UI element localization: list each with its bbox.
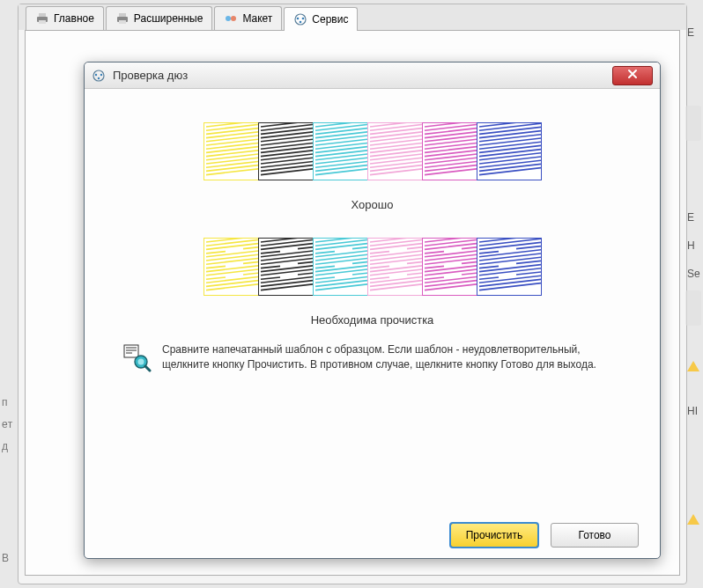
button-label: Прочистить: [466, 529, 523, 541]
svg-point-14: [100, 73, 102, 75]
svg-rect-2: [39, 20, 46, 24]
svg-rect-202: [124, 345, 138, 357]
svg-line-90: [479, 135, 541, 142]
side-icon-column: [685, 106, 703, 530]
svg-line-188: [479, 252, 499, 254]
truncated-right-text: E: [687, 26, 703, 55]
tab-strip: Главное Расширенные Макет Сервис: [18, 4, 686, 30]
maintenance-icon: [92, 69, 106, 83]
svg-point-13: [95, 73, 97, 75]
close-icon: [627, 69, 638, 82]
warning-icon: [687, 514, 699, 525]
svg-line-191: [479, 254, 541, 261]
svg-line-200: [479, 279, 541, 286]
svg-point-7: [231, 16, 236, 21]
svg-line-103: [206, 252, 226, 254]
svg-line-91: [479, 138, 541, 145]
svg-rect-1: [39, 13, 46, 17]
instruction-text: Сравните напечатанный шаблон с образцом.…: [162, 342, 623, 373]
svg-line-159: [370, 266, 389, 268]
inspect-pattern-icon: [122, 342, 152, 372]
truncated-left-bottom: B: [2, 548, 9, 574]
tab-extended[interactable]: Расширенные: [106, 6, 213, 30]
warning-icon: [687, 361, 699, 371]
svg-point-10: [302, 18, 305, 20]
tab-label: Макет: [242, 12, 272, 25]
good-pattern-row: [204, 122, 542, 180]
svg-line-93: [479, 145, 541, 152]
tab-label: Расширенные: [134, 12, 204, 25]
tab-service[interactable]: Сервис: [284, 7, 358, 31]
svg-line-198: [516, 272, 541, 275]
svg-line-96: [479, 157, 541, 164]
tab-label: Сервис: [312, 13, 348, 26]
svg-line-98: [479, 164, 541, 171]
button-label: Готово: [578, 529, 610, 541]
svg-line-196: [479, 268, 541, 276]
svg-line-89: [479, 131, 541, 138]
dialog-button-row: Прочистить Готово: [106, 509, 639, 548]
svg-line-186: [479, 239, 541, 246]
svg-line-88: [479, 127, 541, 134]
svg-line-176: [425, 266, 444, 268]
svg-line-163: [370, 277, 389, 279]
good-label: Хорошо: [352, 198, 394, 211]
svg-point-9: [297, 18, 300, 20]
svg-line-171: [425, 252, 444, 254]
svg-line-92: [479, 142, 541, 149]
dialog-body: Хорошо Необходима прочистка Сравните нап…: [85, 89, 660, 558]
svg-point-6: [226, 16, 231, 21]
svg-line-192: [479, 257, 541, 264]
tab-layout[interactable]: Макет: [214, 6, 282, 30]
svg-line-112: [206, 277, 226, 279]
svg-line-187: [479, 242, 541, 249]
svg-line-137: [315, 252, 335, 254]
svg-line-97: [479, 160, 541, 167]
dialog-titlebar: Проверка дюз: [85, 62, 660, 89]
printer-icon: [35, 11, 49, 26]
tab-main[interactable]: Главное: [26, 6, 104, 30]
svg-line-205: [145, 366, 150, 371]
svg-line-87: [479, 123, 541, 130]
svg-line-201: [479, 283, 541, 290]
svg-line-129: [261, 277, 280, 279]
svg-line-99: [479, 168, 541, 175]
clean-button[interactable]: Прочистить: [450, 523, 538, 548]
svg-line-108: [206, 266, 226, 268]
svg-line-95: [479, 153, 541, 160]
svg-line-94: [479, 150, 541, 157]
printer-icon: [115, 11, 130, 26]
svg-line-146: [315, 277, 335, 279]
svg-line-195: [479, 265, 541, 272]
svg-line-142: [315, 266, 335, 268]
done-button[interactable]: Готово: [551, 523, 639, 548]
svg-line-154: [370, 252, 389, 254]
svg-line-180: [425, 277, 444, 279]
dialog-title: Проверка дюз: [113, 69, 605, 82]
instruction-row: Сравните напечатанный шаблон с образцом.…: [106, 342, 639, 373]
svg-point-204: [138, 359, 144, 365]
svg-line-193: [479, 266, 499, 268]
svg-point-15: [98, 77, 100, 78]
svg-rect-4: [119, 13, 126, 17]
close-button[interactable]: [612, 66, 653, 85]
svg-line-120: [261, 252, 280, 254]
nozzle-check-dialog: Проверка дюз Хорошо Необходима прочистка: [84, 62, 661, 559]
svg-line-197: [479, 277, 499, 279]
ghost-icon: [685, 290, 701, 326]
truncated-left-text: п eт д: [2, 392, 12, 462]
ghost-icon: [685, 106, 701, 141]
nozzle-swatch: [477, 238, 542, 296]
svg-line-190: [479, 250, 541, 257]
layout-icon: [224, 11, 238, 26]
svg-line-125: [261, 266, 280, 268]
svg-line-194: [516, 261, 541, 263]
svg-point-11: [300, 21, 302, 24]
svg-line-189: [516, 246, 541, 249]
bad-label: Необходима прочистка: [311, 313, 434, 327]
bad-pattern-row: [204, 238, 542, 296]
maintenance-icon: [293, 12, 307, 26]
svg-line-199: [479, 276, 541, 283]
tab-label: Главное: [54, 12, 94, 25]
nozzle-swatch: [477, 122, 542, 180]
